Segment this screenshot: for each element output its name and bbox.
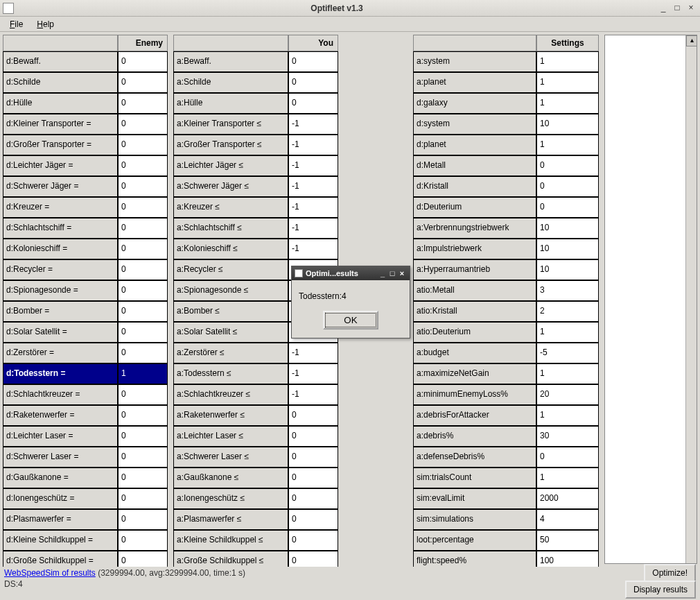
enemy-row[interactable]: d:Solar Satellit =0 [3,322,168,343]
settings-row-value[interactable]: 10 [536,218,599,239]
enemy-row[interactable]: d:Leichter Laser =0 [3,426,168,447]
settings-row-value[interactable]: 4 [536,509,599,530]
settings-row-value[interactable]: 1 [536,72,599,93]
enemy-row-value[interactable]: 0 [118,530,168,551]
settings-row-value[interactable]: 0 [536,197,599,218]
you-row-value[interactable]: -1 [288,155,338,176]
settings-row[interactable]: a:debris%30 [413,426,599,447]
settings-row-value[interactable]: 1 [536,93,599,114]
settings-row[interactable]: atio:Kristall2 [413,301,599,322]
enemy-row[interactable]: d:Große Schildkuppel =0 [3,551,168,567]
you-row-value[interactable]: 0 [288,530,338,551]
settings-row[interactable]: a:minimumEnemyLoss%20 [413,384,599,405]
settings-row[interactable]: a:Hyperraumantrieb10 [413,259,599,280]
you-row[interactable]: a:Hülle0 [173,93,338,114]
you-row[interactable]: a:Kolonieschiff ≤-1 [173,239,338,259]
settings-row-value[interactable]: 1 [536,135,599,155]
dialog-ok-button[interactable]: OK [323,311,378,329]
settings-row-value[interactable]: 10 [536,259,599,280]
settings-row[interactable]: d:system10 [413,114,599,135]
settings-row-value[interactable]: 100 [536,551,599,567]
you-row-value[interactable]: -1 [288,363,338,384]
you-row[interactable]: a:Ionengeschütz ≤0 [173,488,338,509]
settings-row[interactable]: d:Kristall0 [413,176,599,197]
you-row-value[interactable]: 0 [288,447,338,468]
enemy-row-value[interactable]: 0 [118,176,168,197]
enemy-row[interactable]: d:Kleiner Transporter =0 [3,114,168,135]
enemy-row-value[interactable]: 0 [118,384,168,405]
settings-row-value[interactable]: 20 [536,384,599,405]
settings-row-value[interactable]: 1 [536,322,599,343]
settings-row-value[interactable]: 1 [536,363,599,384]
you-row-value[interactable]: 0 [288,488,338,509]
enemy-row-value[interactable]: 0 [118,343,168,363]
enemy-row-value[interactable]: 0 [118,239,168,259]
you-row[interactable]: a:Kreuzer ≤-1 [173,197,338,218]
close-button[interactable]: × [685,3,697,14]
you-row-value[interactable]: -1 [288,343,338,363]
enemy-row-value[interactable]: 0 [118,51,168,72]
settings-row-value[interactable]: 0 [536,447,599,468]
enemy-row-value[interactable]: 0 [118,509,168,530]
enemy-row-value[interactable]: 0 [118,155,168,176]
settings-row-value[interactable]: 1 [536,51,599,72]
dialog-maximize-button[interactable]: □ [387,269,397,277]
enemy-row[interactable]: d:Schlachtkreuzer =0 [3,384,168,405]
maximize-button[interactable]: □ [671,3,683,14]
minimize-button[interactable]: _ [657,3,670,14]
you-row[interactable]: a:Schlachtkreuzer ≤-1 [173,384,338,405]
enemy-row-value[interactable]: 0 [118,72,168,93]
enemy-row[interactable]: d:Großer Transporter =0 [3,135,168,155]
settings-row-value[interactable]: 0 [536,155,599,176]
you-row[interactable]: a:Großer Transporter ≤-1 [173,135,338,155]
you-row[interactable]: a:Kleiner Transporter ≤-1 [173,114,338,135]
optimize-button[interactable]: Optimize! [644,564,696,582]
you-row[interactable]: a:Leichter Jäger ≤-1 [173,155,338,176]
enemy-row-value[interactable]: 0 [118,322,168,343]
you-row-value[interactable]: -1 [288,239,338,259]
settings-row[interactable]: a:maximizeNetGain1 [413,363,599,384]
dialog-titlebar[interactable]: Optimi...esults _ □ × [292,266,410,280]
enemy-row-value[interactable]: 0 [118,135,168,155]
settings-row-value[interactable]: 3 [536,280,599,301]
enemy-row[interactable]: d:Spionagesonde =0 [3,280,168,301]
you-row-value[interactable]: 0 [288,405,338,426]
settings-row[interactable]: atio:Metall3 [413,280,599,301]
enemy-row-value[interactable]: 0 [118,468,168,488]
enemy-row-value[interactable]: 1 [118,363,168,384]
menu-file[interactable]: File [3,18,30,31]
enemy-row[interactable]: d:Kleine Schildkuppel =0 [3,530,168,551]
enemy-row-value[interactable]: 0 [118,488,168,509]
enemy-row-value[interactable]: 0 [118,280,168,301]
enemy-row[interactable]: d:Plasmawerfer =0 [3,509,168,530]
you-row[interactable]: a:Kleine Schildkuppel ≤0 [173,530,338,551]
settings-row[interactable]: a:defenseDebris%0 [413,447,599,468]
settings-row-value[interactable]: 2 [536,301,599,322]
settings-row-value[interactable]: 0 [536,176,599,197]
settings-row-value[interactable]: 50 [536,530,599,551]
you-row[interactable]: a:Raketenwerfer ≤0 [173,405,338,426]
enemy-row-value[interactable]: 0 [118,218,168,239]
webspeedsim-link[interactable]: WebSpeedSim of results [4,568,96,578]
you-row-value[interactable]: 0 [288,51,338,72]
enemy-row-value[interactable]: 0 [118,197,168,218]
settings-row[interactable]: a:budget-5 [413,343,599,363]
you-row[interactable]: a:Leichter Laser ≤0 [173,426,338,447]
you-row[interactable]: a:Gaußkanone ≤0 [173,468,338,488]
you-row-value[interactable]: 0 [288,426,338,447]
you-row[interactable]: a:Schwerer Jäger ≤-1 [173,176,338,197]
you-row[interactable]: a:Schwerer Laser ≤0 [173,447,338,468]
enemy-row[interactable]: d:Bewaff.0 [3,51,168,72]
you-row-value[interactable]: 0 [288,93,338,114]
you-row[interactable]: a:Plasmawerfer ≤0 [173,509,338,530]
settings-row[interactable]: sim:trialsCount1 [413,468,599,488]
enemy-row-value[interactable]: 0 [118,551,168,567]
enemy-row[interactable]: d:Kolonieschiff =0 [3,239,168,259]
settings-row[interactable]: a:Verbrennungstriebwerk10 [413,218,599,239]
settings-row[interactable]: d:Deuterium0 [413,197,599,218]
settings-row[interactable]: sim:simulations4 [413,509,599,530]
enemy-row-value[interactable]: 0 [118,259,168,280]
enemy-row-value[interactable]: 0 [118,114,168,135]
settings-row-value[interactable]: 1 [536,405,599,426]
you-row[interactable]: a:Todesstern ≤-1 [173,363,338,384]
